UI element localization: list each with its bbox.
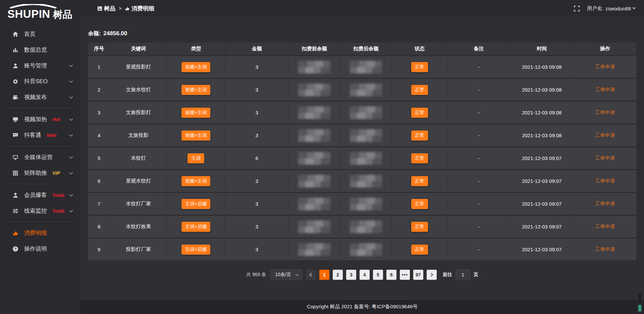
work-order-link[interactable]: 工单申请 (595, 223, 615, 229)
work-order-link[interactable]: 工单申请 (595, 201, 615, 206)
cell-balance-after (340, 56, 392, 79)
header-right: 用户名: zswodun88 (574, 5, 635, 12)
more-pages-button[interactable]: ••• (400, 270, 410, 280)
status-badge: 正常 (411, 176, 428, 186)
cell-remark: - (448, 147, 510, 170)
scrollbar-thumb[interactable] (638, 305, 641, 312)
page-button-4[interactable]: 4 (360, 270, 370, 280)
sidebar: SHUPIN 树品 首页 数据总览 账号管理 (0, 0, 80, 314)
sidebar-item-label: 会员爆客 (24, 191, 47, 199)
table-row: 7 水纹灯厂家 主词+后缀 3 正常 - 2021-12-03 09:07 工单… (88, 193, 636, 216)
cell-type: 前缀+主词 (167, 124, 225, 147)
type-badge: 前缀+主词 (181, 62, 210, 72)
monitor-icon (12, 154, 19, 161)
breadcrumb: 树品 > 消费明细 (97, 5, 154, 12)
prev-page-button[interactable] (306, 270, 316, 280)
sidebar-item-video-publish[interactable]: 视频发布 (0, 89, 80, 105)
sidebar-item-member-baoke[interactable]: 会员爆客 Tools (0, 187, 80, 203)
cell-balance-after (340, 170, 392, 193)
cell-balance-before (289, 170, 340, 193)
breadcrumb-label: 消费明细 (131, 5, 154, 12)
sidebar-item-home[interactable]: 首页 (0, 26, 80, 42)
sidebar-item-data-overview[interactable]: 数据总览 (0, 42, 80, 58)
sidebar-item-consumption-details[interactable]: 消费明细 (0, 225, 80, 241)
work-order-link[interactable]: 工单申请 (595, 246, 615, 252)
cell-balance-before (289, 147, 340, 170)
sidebar-item-douyin-seo[interactable]: 抖音SEO (0, 73, 80, 89)
sidebar-item-instructions[interactable]: ? 操作说明 (0, 241, 80, 257)
masked-value (350, 152, 382, 165)
cell-time: 2021-12-03 09:08 (510, 56, 574, 79)
cell-time: 2021-12-03 09:07 (510, 239, 574, 261)
col-header-time: 时间 (510, 43, 574, 56)
page-button-97[interactable]: 97 (413, 270, 423, 280)
page-button-1[interactable]: 1 (319, 270, 329, 280)
page-button-5[interactable]: 5 (373, 270, 383, 280)
work-order-link[interactable]: 工单申请 (595, 87, 615, 92)
status-badge: 正常 (411, 130, 428, 141)
cell-amount: 3 (225, 170, 289, 193)
image-grid-icon (97, 6, 102, 11)
cell-remark: - (448, 239, 510, 261)
sidebar-item-label: 全媒体运营 (24, 153, 53, 161)
work-order-link[interactable]: 工单申请 (595, 64, 615, 69)
username-value: zswodun88 (605, 6, 631, 11)
cell-amount: 3 (225, 239, 289, 261)
work-order-link[interactable]: 工单申请 (595, 109, 615, 115)
cell-balance-before (289, 239, 340, 261)
cell-action: 工单申请 (574, 147, 636, 170)
cell-type: 主词+后缀 (167, 239, 225, 261)
scrollbar[interactable] (638, 293, 642, 313)
work-order-link[interactable]: 工单申请 (595, 132, 615, 138)
cell-keyword: 文旅投影灯 (110, 102, 167, 124)
cell-status: 正常 (392, 124, 448, 147)
chevron-down-icon (69, 79, 73, 83)
cell-status: 正常 (392, 147, 448, 170)
cell-balance-before (289, 79, 340, 102)
breadcrumb-current[interactable]: 消费明细 (125, 5, 154, 12)
goto-page-input[interactable] (455, 269, 470, 280)
work-order-link[interactable]: 工单申请 (595, 155, 615, 161)
type-badge: 前缀+主词 (181, 176, 210, 186)
page-button-3[interactable]: 3 (346, 270, 356, 280)
footer: Copyright 树品 2021 备案号: 粤ICP备09019646号 (80, 299, 644, 314)
page-size-select[interactable]: 10条/页 (271, 269, 302, 280)
next-page-button[interactable] (427, 270, 437, 280)
breadcrumb-home[interactable]: 树品 (97, 5, 115, 12)
cell-action: 工单申请 (574, 56, 636, 79)
sidebar-item-label: 视频发布 (24, 93, 47, 101)
sidebar-item-lead-monitoring[interactable]: 线索监控 Tools (0, 203, 80, 219)
cell-amount: 3 (225, 216, 289, 239)
fullscreen-button[interactable] (574, 6, 580, 11)
page-button-2[interactable]: 2 (333, 270, 343, 280)
cell-balance-before (289, 102, 340, 124)
consumption-table: 序号 关键词 类型 金额 扣费前余额 扣费后余额 状态 备注 时间 操作 1 景… (88, 43, 636, 261)
cell-balance-before (289, 56, 340, 79)
sidebar-item-account-management[interactable]: 账号管理 (0, 58, 80, 73)
status-badge: 正常 (411, 62, 428, 72)
col-header-keyword: 关键词 (110, 43, 167, 56)
user-menu[interactable]: 用户名: zswodun88 (587, 5, 635, 12)
logo-text-cn: 树品 (53, 8, 72, 21)
table-row: 2 文旅水纹灯 前缀+主词 3 正常 - 2021-12-03 09:08 工单… (88, 79, 636, 102)
work-order-link[interactable]: 工单申请 (595, 178, 615, 184)
breadcrumb-separator: > (119, 6, 121, 11)
cell-remark: - (448, 170, 510, 193)
cell-time: 2021-12-03 09:07 (510, 170, 574, 193)
sidebar-item-video-heating[interactable]: 视频加热 Hot (0, 111, 80, 127)
cell-action: 工单申请 (574, 79, 636, 102)
cell-type: 前缀+主词 (167, 102, 225, 124)
question-circle-icon: ? (12, 246, 19, 252)
table-header-row: 序号 关键词 类型 金额 扣费前余额 扣费后余额 状态 备注 时间 操作 (88, 43, 636, 56)
cell-balance-after (340, 147, 392, 170)
total-count: 共 969 条 (246, 272, 266, 278)
cell-remark: - (448, 216, 510, 239)
page-button-6[interactable]: 6 (386, 270, 396, 280)
sidebar-item-matrix-boost[interactable]: 矩阵助推 VIP (0, 165, 80, 181)
sidebar-item-label: 抖音SEO (24, 77, 48, 85)
app-logo: SHUPIN 树品 (0, 0, 80, 23)
sidebar-item-all-media-operation[interactable]: 全媒体运营 (0, 149, 80, 165)
goto-suffix: 页 (474, 272, 478, 278)
member-icon (12, 192, 19, 199)
sidebar-item-douketong[interactable]: 抖客通 New (0, 127, 80, 143)
